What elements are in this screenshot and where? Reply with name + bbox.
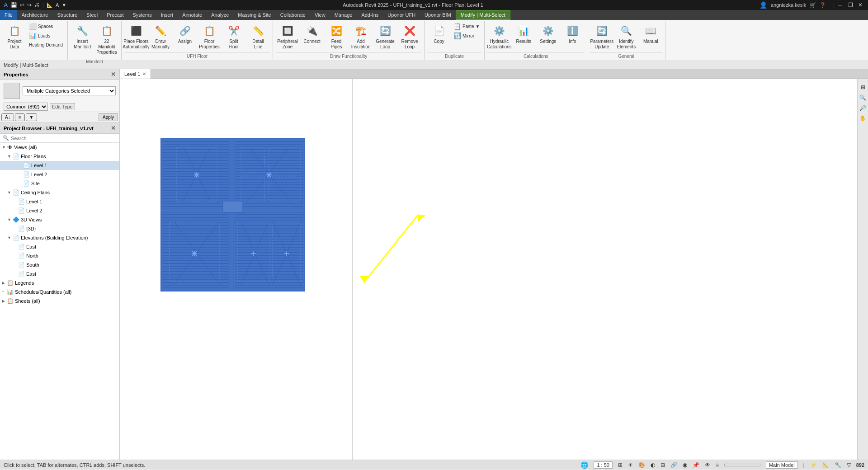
ribbon-btn-insert-manifold[interactable]: 🔧 InsertManifold — [71, 22, 94, 52]
grid-icon[interactable]: ⊞ — [618, 462, 623, 468]
tree-site[interactable]: 📄 Site — [0, 179, 119, 188]
options-icon[interactable]: ▼ — [61, 2, 66, 8]
ribbon-btn-parameters-update[interactable]: 🔄 ParametersUpdate — [590, 22, 613, 52]
tab-level1-close[interactable]: ✕ — [142, 71, 146, 76]
tree-level-1[interactable]: 📄 Level 1 — [0, 161, 119, 170]
hide-icon[interactable]: 👁 — [705, 462, 710, 468]
tree-legends[interactable]: ▶ 📋 Legends — [0, 278, 119, 287]
tab-level1[interactable]: Level 1 ✕ — [120, 69, 151, 79]
tree-views-all[interactable]: ▼ 👁 Views (all) — [0, 143, 119, 152]
ribbon-btn-copy[interactable]: 📄 Copy — [427, 22, 451, 51]
ceiling-plans-toggle[interactable]: ▼ — [7, 190, 11, 195]
ribbon-btn-info[interactable]: ℹ️ Info — [561, 22, 584, 51]
ribbon-btn-feed-pipes[interactable]: 🔀 Feed Pipes — [325, 22, 348, 52]
undo-icon[interactable]: ↩ — [20, 2, 24, 8]
ribbon-btn-split-floor[interactable]: ✂️ SplitFloor — [222, 22, 245, 52]
ribbon-btn-peripheral-zone[interactable]: 🔲 PeripheralZone — [276, 22, 299, 52]
redo-icon[interactable]: ↪ — [27, 2, 32, 8]
properties-close-btn[interactable]: ✕ — [111, 71, 116, 78]
tree-floor-plans[interactable]: ▼ 📄 Floor Plans — [0, 152, 119, 161]
prop-filter-dropdown[interactable]: Common (892) — [4, 103, 48, 111]
tree-ceiling-level-1[interactable]: 📄 Level 1 — [0, 197, 119, 206]
render-icon[interactable]: 🎨 — [638, 462, 645, 468]
ribbon-btn-hydraulic-calc[interactable]: ⚙️ HydraulicCalculations — [487, 22, 511, 52]
close-btn[interactable]: ✕ — [858, 2, 864, 8]
ribbon-btn-project-data[interactable]: 📋 ProjectData — [3, 22, 26, 52]
ribbon-btn-spaces[interactable]: ⬜ Spaces — [27, 22, 65, 31]
menu-manage[interactable]: Manage — [330, 10, 357, 20]
sort-category-btn[interactable]: ≡ — [15, 113, 25, 121]
menu-view[interactable]: View — [310, 10, 330, 20]
quick-save-icon[interactable]: 💾 — [10, 2, 17, 8]
measure-icon[interactable]: 📐 — [47, 2, 53, 8]
floor-plans-toggle[interactable]: ▼ — [7, 154, 11, 159]
zoom-in-btn[interactable]: 🔍 — [859, 93, 868, 102]
legends-toggle[interactable]: ▶ — [2, 281, 5, 285]
view-controls-icon[interactable]: ◉ — [683, 462, 687, 468]
tree-3d[interactable]: 📄 {3D} — [0, 224, 119, 233]
canvas-area[interactable]: ⊞ 🔍 🔎 ✋ — [120, 79, 868, 460]
menu-uponor-bim[interactable]: Uponor BIM — [420, 10, 456, 20]
browser-search-input[interactable] — [11, 136, 117, 141]
tree-south[interactable]: 📄 South — [0, 260, 119, 269]
pan-btn[interactable]: ✋ — [859, 114, 868, 123]
apply-btn[interactable]: Apply — [99, 113, 118, 121]
restore-btn[interactable]: ❒ — [848, 2, 854, 8]
ribbon-btn-mirror[interactable]: 🔃 Mirror — [452, 31, 481, 40]
menu-structure[interactable]: Structure — [52, 10, 82, 20]
ribbon-btn-draw-manually[interactable]: ✏️ DrawManually — [149, 22, 172, 52]
ribbon-btn-place-floors-auto[interactable]: ⬛ Place FloorsAutomatically — [124, 22, 148, 52]
3d-views-toggle[interactable]: ▼ — [7, 217, 11, 222]
tree-elevations[interactable]: ▼ 📄 Elevations (Building Elevation) — [0, 233, 119, 242]
filter-icon[interactable]: ▽ — [847, 462, 851, 468]
ribbon-btn-detail-line[interactable]: 📏 DetailLine — [246, 22, 270, 52]
ribbon-btn-loads[interactable]: 📊 Loads — [27, 31, 65, 40]
tree-east[interactable]: 📄 East — [0, 242, 119, 251]
ribbon-btn-connect[interactable]: 🔌 Connect — [300, 22, 324, 51]
menu-architecture[interactable]: Architecture — [17, 10, 53, 20]
zoom-out-btn[interactable]: 🔎 — [859, 103, 868, 113]
ribbon-btn-results[interactable]: 📊 Results — [512, 22, 535, 51]
menu-massing[interactable]: Massing & Site — [233, 10, 275, 20]
tree-ceiling-plans[interactable]: ▼ 📄 Ceiling Plans — [0, 188, 119, 197]
views-all-toggle[interactable]: ▼ — [2, 145, 6, 150]
prop-type-dropdown[interactable]: Multiple Categories Selected — [23, 86, 116, 95]
menu-modify-multiselect[interactable]: Modify | Multi-Select — [456, 10, 510, 20]
ribbon-btn-add-insulation[interactable]: 🏗️ AddInsulation — [349, 22, 373, 52]
ribbon-btn-remove-loop[interactable]: ❌ RemoveLoop — [398, 22, 421, 52]
ribbon-btn-floor-properties[interactable]: 📋 FloorProperties — [198, 22, 221, 52]
design-options-icon[interactable]: 📐 — [822, 462, 829, 468]
ribbon-btn-identify-elements[interactable]: 🔍 IdentifyElements — [614, 22, 638, 52]
crop-icon[interactable]: ⊟ — [660, 462, 665, 468]
menu-analyze[interactable]: Analyze — [207, 10, 233, 20]
cart-icon[interactable]: 🛒 — [810, 2, 816, 8]
ribbon-btn-heating-demand[interactable]: Heating Demand — [27, 41, 65, 49]
sheets-toggle[interactable]: ▶ — [2, 299, 5, 303]
ribbon-btn-manual[interactable]: 📖 Manual — [639, 22, 662, 51]
ribbon-btn-manifold-properties[interactable]: 📋 22 ManifoldProperties — [95, 22, 118, 57]
tag-icon[interactable]: A — [56, 2, 59, 8]
filter-btn[interactable]: ▼ — [26, 113, 38, 121]
pin-icon[interactable]: 📌 — [693, 462, 699, 468]
tree-3d-views[interactable]: ▼ 🔷 3D Views — [0, 215, 119, 224]
menu-annotate[interactable]: Annotate — [178, 10, 207, 20]
menu-uponor-ufh[interactable]: Uponor UFH — [383, 10, 420, 20]
minimize-btn[interactable]: ─ — [838, 2, 844, 8]
tree-ceiling-level-2[interactable]: 📄 Level 2 — [0, 206, 119, 215]
print-icon[interactable]: 🖨 — [34, 2, 40, 8]
worksets-icon[interactable]: 🔧 — [835, 462, 841, 468]
sun-icon[interactable]: ☀ — [628, 462, 633, 468]
ribbon-btn-generate-loop[interactable]: 🔄 GenerateLoop — [373, 22, 397, 52]
ribbon-btn-assign[interactable]: 🔗 Assign — [173, 22, 197, 51]
tree-north[interactable]: 📄 North — [0, 251, 119, 260]
menu-systems[interactable]: Systems — [128, 10, 156, 20]
elevations-toggle[interactable]: ▼ — [7, 235, 11, 240]
help-icon[interactable]: ❓ — [820, 2, 826, 8]
tree-schedules[interactable]: + 📊 Schedules/Quantities (all) — [0, 287, 119, 296]
link-icon[interactable]: 🔗 — [670, 462, 677, 468]
tree-level-2[interactable]: 📄 Level 2 — [0, 170, 119, 179]
ribbon-btn-paste[interactable]: 📋 Paste ▼ — [452, 22, 481, 31]
menu-insert[interactable]: Insert — [156, 10, 178, 20]
shadows-icon[interactable]: ◐ — [651, 462, 655, 468]
edit-type-button[interactable]: Edit Type — [50, 103, 75, 110]
